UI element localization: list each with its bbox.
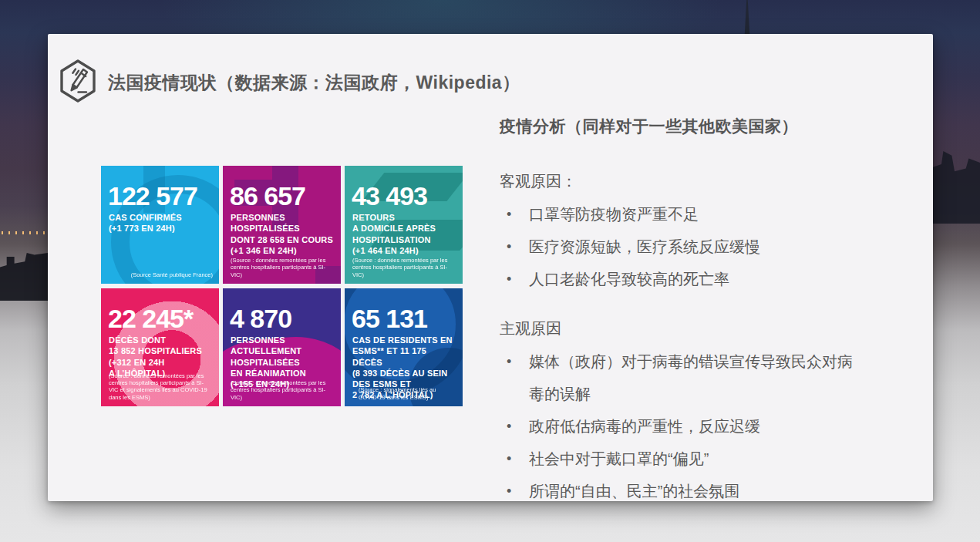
stat-source: (Source : données remontées par les cent… xyxy=(231,379,335,401)
objective-reasons-title: 客观原因： xyxy=(500,171,862,192)
stat-source: (Source : données remontées par les cent… xyxy=(231,257,335,278)
pencil-hexagon-icon xyxy=(58,59,98,106)
stat-source: (Source : données remontées par les cent… xyxy=(352,257,456,278)
stat-value: 65 131 xyxy=(352,305,456,332)
objective-reasons-list: 口罩等防疫物资严重不足 医疗资源短缺，医疗系统反应缓慢 人口老龄化导致较高的死亡… xyxy=(500,198,862,295)
stat-tile-hospitalisees: 86 657 PERSONNES HOSPITALISÉES DONT 28 6… xyxy=(223,166,341,284)
stat-tile-cas-confirmes: 122 577 CAS CONFIRMÉS (+1 773 EN 24H) (S… xyxy=(101,166,219,284)
stat-tiles-grid: 122 577 CAS CONFIRMÉS (+1 773 EN 24H) (S… xyxy=(101,166,463,406)
bullet-item: 医疗资源短缺，医疗系统反应缓慢 xyxy=(500,231,862,263)
stat-value: 122 577 xyxy=(108,183,213,209)
subjective-reasons-title: 主观原因 xyxy=(500,318,862,339)
stat-tile-reanimation: 4 870 PERSONNES ACTUELLEMENT HOSPITALISÉ… xyxy=(223,288,341,406)
stat-tile-retours-domicile: 43 493 RETOURS A DOMICILE APRÈS HOSPITAL… xyxy=(345,166,463,284)
stat-source: (Source : données remontées par les cent… xyxy=(109,372,213,402)
stat-value: 43 493 xyxy=(352,183,456,209)
bullet-item: 媒体（政府）对于病毒的错误宣传导致民众对病毒的误解 xyxy=(500,345,862,410)
bullet-item: 人口老龄化导致较高的死亡率 xyxy=(500,263,862,295)
stat-label: RETOURS A DOMICILE APRÈS HOSPITALISATION… xyxy=(352,212,456,256)
tv-tower-silhouette xyxy=(743,0,752,36)
stat-source: (Source : signalements liés au COVID-19 … xyxy=(359,386,456,401)
stat-tile-deces: 22 245* DÉCÈS DONT 13 852 HOSPITALIERS (… xyxy=(101,288,219,406)
stat-label: PERSONNES HOSPITALISÉES DONT 28 658 EN C… xyxy=(231,212,335,256)
bridge-lights xyxy=(2,231,46,234)
stat-value: 86 657 xyxy=(230,183,335,209)
left-skyline-silhouette xyxy=(0,253,48,301)
right-skyline-silhouette xyxy=(933,151,980,224)
subjective-reasons-list: 媒体（政府）对于病毒的错误宣传导致民众对病毒的误解 政府低估病毒的严重性，反应迟… xyxy=(500,345,862,507)
bullet-item: 口罩等防疫物资严重不足 xyxy=(500,198,862,231)
stat-value: 4 870 xyxy=(230,305,335,332)
analysis-panel: 疫情分析（同样对于一些其他欧美国家） 客观原因： 口罩等防疫物资严重不足 医疗资… xyxy=(500,116,862,507)
bullet-item: 政府低估病毒的严重性，反应迟缓 xyxy=(500,410,862,443)
bullet-item: 社会中对于戴口罩的“偏见” xyxy=(500,443,862,475)
analysis-heading: 疫情分析（同样对于一些其他欧美国家） xyxy=(500,116,862,137)
slide-card: 法国疫情现状（数据来源：法国政府，Wikipedia） 122 577 CAS … xyxy=(48,34,933,501)
bullet-item: 所谓的“自由、民主”的社会氛围 xyxy=(500,475,862,507)
stat-tile-residents-esms: 65 131 CAS DE RESIDENTS EN ESMS** ET 11 … xyxy=(345,288,463,406)
stat-source: (Source Santé publique France) xyxy=(109,271,213,278)
stat-value: 22 245* xyxy=(108,305,213,332)
slide-title: 法国疫情现状（数据来源：法国政府，Wikipedia） xyxy=(108,71,520,95)
stat-label: CAS CONFIRMÉS (+1 773 EN 24H) xyxy=(109,212,213,234)
